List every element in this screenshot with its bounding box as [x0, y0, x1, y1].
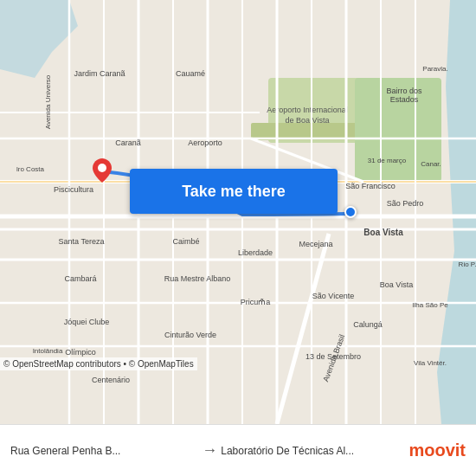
svg-text:Cauamé: Cauamé [176, 69, 205, 78]
svg-text:Mecejana: Mecejana [299, 240, 332, 248]
svg-text:Olímpico: Olímpico [65, 348, 96, 357]
svg-text:Caimbé: Caimbé [172, 237, 199, 246]
svg-text:Piscicultura: Piscicultura [54, 185, 93, 194]
svg-text:Boa Vista: Boa Vista [363, 228, 403, 237]
svg-text:São Francisco: São Francisco [345, 182, 396, 190]
svg-text:Aeroporto: Aeroporto [188, 138, 222, 147]
svg-point-63 [98, 164, 106, 172]
to-label: Laboratório De Técnicas Al... [221, 445, 354, 457]
svg-text:Pricum̃a: Pricum̃a [241, 298, 271, 306]
route-arrow: → [198, 441, 221, 460]
svg-text:Jóquei Clube: Jóquei Clube [64, 318, 110, 326]
moovit-logo: moovit [408, 441, 466, 460]
svg-text:Cambará: Cambará [64, 274, 96, 283]
svg-text:Boa Vista: Boa Vista [380, 280, 413, 289]
svg-text:Paravla.: Paravla. [422, 65, 447, 73]
svg-text:São Vicente: São Vicente [312, 292, 354, 300]
svg-text:Calungá: Calungá [353, 320, 383, 329]
svg-text:Caranã: Caranã [115, 138, 141, 147]
svg-text:Bairro dos: Bairro dos [386, 87, 422, 95]
take-me-there-button[interactable]: Take me there [130, 169, 338, 214]
moovit-logo-text: moovit [408, 441, 466, 460]
svg-text:Liberdade: Liberdade [238, 248, 273, 257]
svg-text:Avenida Universo: Avenida Universo [44, 74, 52, 129]
svg-text:Canar.: Canar. [421, 160, 441, 168]
svg-text:lro Costa: lro Costa [16, 165, 45, 173]
svg-text:Jardim Caranã: Jardim Caranã [74, 69, 125, 78]
svg-text:Aeroporto Internacional: Aeroporto Internacional [267, 106, 348, 114]
svg-text:Rua Mestre Albano: Rua Mestre Albano [164, 274, 231, 283]
svg-text:Estados: Estados [390, 95, 419, 104]
to-route-item: Laboratório De Técnicas Al... [221, 445, 408, 457]
svg-text:31 de março: 31 de março [368, 157, 407, 164]
osm-credit: © OpenStreetMap contributors • © OpenMap… [0, 357, 197, 370]
from-route-item: Rua General Penha B... [10, 445, 198, 457]
bottom-bar: Rua General Penha B... → Laboratório De … [0, 424, 476, 476]
svg-text:São Pedro: São Pedro [387, 199, 424, 208]
svg-text:Santa Tereza: Santa Tereza [59, 237, 105, 246]
svg-text:Rio P.: Rio P. [459, 261, 476, 268]
svg-text:Vila Vintér.: Vila Vintér. [414, 359, 447, 367]
from-label: Rua General Penha B... [10, 445, 120, 457]
origin-pin [93, 158, 112, 183]
destination-dot [344, 206, 357, 218]
svg-text:Cinturão Verde: Cinturão Verde [164, 331, 216, 339]
map-container: Aeroporto Internacional de Boa Vista [0, 0, 476, 424]
svg-text:Ilha São Pe: Ilha São Pe [412, 301, 448, 309]
svg-text:Centenário: Centenário [92, 376, 130, 384]
svg-text:Intolândia: Intolândia [33, 347, 63, 355]
